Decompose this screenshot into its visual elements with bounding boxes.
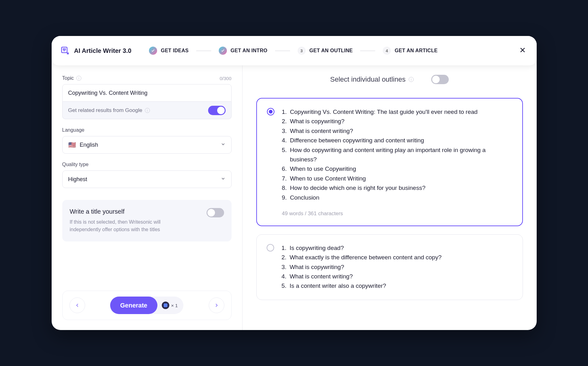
language-select[interactable]: 🇺🇸 English (62, 136, 232, 154)
step-progress: GET IDEASGET AN INTRO3GET AN OUTLINE4GET… (149, 47, 438, 55)
outline-item: 4.Difference between copywriting and con… (282, 136, 512, 145)
write-title-toggle[interactable] (207, 208, 224, 217)
outline-item: 6.When to use Copywriting (282, 164, 512, 174)
flag-icon: 🇺🇸 (68, 141, 76, 149)
write-title-card: Write a title yourself If this is not se… (62, 200, 232, 241)
google-row: Get related results from Google i (62, 102, 232, 119)
outline-card[interactable]: 1.Is copywriting dead?2.What exactly is … (256, 234, 523, 300)
outline-list: 1.Copywriting Vs. Content Writing: The l… (282, 107, 512, 202)
outline-card[interactable]: 1.Copywriting Vs. Content Writing: The l… (256, 98, 523, 226)
chevron-down-icon (221, 176, 226, 183)
credit-icon (162, 302, 169, 309)
outline-item: 2.What exactly is the difference between… (282, 253, 513, 262)
step-3[interactable]: 3GET AN OUTLINE (298, 47, 353, 55)
info-icon[interactable]: i (76, 76, 81, 81)
step-label: GET IDEAS (161, 48, 189, 53)
right-header: Select individual outlines i (256, 75, 523, 84)
step-divider (275, 51, 290, 51)
outline-radio[interactable] (267, 244, 274, 252)
outline-meta: 49 words / 361 characters (282, 211, 512, 217)
step-label: GET AN INTRO (231, 48, 268, 53)
header-bar: AI Article Writer 3.0 GET IDEASGET AN IN… (52, 36, 537, 65)
step-1[interactable]: GET IDEAS (149, 47, 189, 55)
topic-input[interactable] (62, 84, 232, 102)
step-number: 4 (383, 47, 391, 55)
svg-rect-0 (61, 47, 67, 53)
body: Topic i 0/300 Get related results from G… (52, 65, 537, 330)
generate-cost: × 1 (162, 302, 178, 309)
prev-button[interactable] (69, 297, 85, 313)
write-title-desc: If this is not selected, then Writesonic… (70, 218, 170, 233)
left-panel: Topic i 0/300 Get related results from G… (52, 65, 243, 330)
next-button[interactable] (209, 297, 224, 313)
step-divider (196, 51, 211, 51)
language-label: Language (62, 127, 232, 133)
step-4[interactable]: 4GET AN ARTICLE (383, 47, 437, 55)
step-number: 3 (298, 47, 306, 55)
language-value: English (80, 142, 98, 148)
left-footer: Generate × 1 (62, 291, 232, 320)
app-logo-icon (60, 46, 70, 55)
outline-item: 8.How to decide which one is right for y… (282, 183, 512, 193)
outline-item: 3.What is content writing? (282, 126, 512, 136)
outline-item: 1.Copywriting Vs. Content Writing: The l… (282, 107, 512, 117)
info-icon[interactable]: i (409, 77, 414, 82)
logo-area: AI Article Writer 3.0 (60, 46, 131, 55)
outline-item: 2.What is copywriting? (282, 117, 512, 126)
close-button[interactable] (517, 45, 528, 57)
generate-button[interactable]: Generate (110, 297, 157, 314)
topic-counter: 0/300 (220, 76, 232, 81)
topic-label: Topic i (62, 75, 81, 81)
step-label: GET AN ARTICLE (395, 48, 437, 53)
outline-item: 3.What is copywriting? (282, 262, 513, 272)
quality-label: Quality type (62, 162, 232, 167)
outline-item: 5.Is a content writer also a copywriter? (282, 281, 513, 291)
write-title-heading: Write a title yourself (70, 208, 170, 215)
google-label: Get related results from Google i (68, 107, 150, 114)
outline-list: 1.Is copywriting dead?2.What exactly is … (282, 243, 513, 291)
app-window: AI Article Writer 3.0 GET IDEASGET AN IN… (52, 36, 537, 330)
right-panel: Select individual outlines i 1.Copywriti… (243, 65, 537, 330)
check-icon (149, 47, 157, 55)
outline-item: 4.What is content writing? (282, 272, 513, 281)
app-title: AI Article Writer 3.0 (74, 47, 131, 54)
info-icon[interactable]: i (145, 108, 150, 113)
outline-item: 5.How do copywriting and content writing… (282, 145, 512, 165)
outline-radio[interactable] (267, 108, 274, 115)
outline-item: 7.When to use Content Writing (282, 174, 512, 183)
individual-outlines-toggle[interactable] (431, 75, 449, 84)
check-icon (219, 47, 227, 55)
outline-item: 9.Conclusion (282, 193, 512, 202)
quality-value: Highest (68, 176, 87, 183)
svg-point-1 (63, 49, 64, 50)
generate-button-group: Generate × 1 (110, 297, 183, 314)
svg-point-2 (64, 49, 65, 50)
google-toggle[interactable] (208, 106, 226, 115)
quality-select[interactable]: Highest (62, 170, 232, 188)
step-divider (360, 51, 375, 51)
step-label: GET AN OUTLINE (309, 48, 353, 53)
chevron-down-icon (221, 142, 226, 148)
step-2[interactable]: GET AN INTRO (219, 47, 268, 55)
select-outlines-label: Select individual outlines i (330, 75, 414, 84)
outline-item: 1.Is copywriting dead? (282, 243, 513, 253)
